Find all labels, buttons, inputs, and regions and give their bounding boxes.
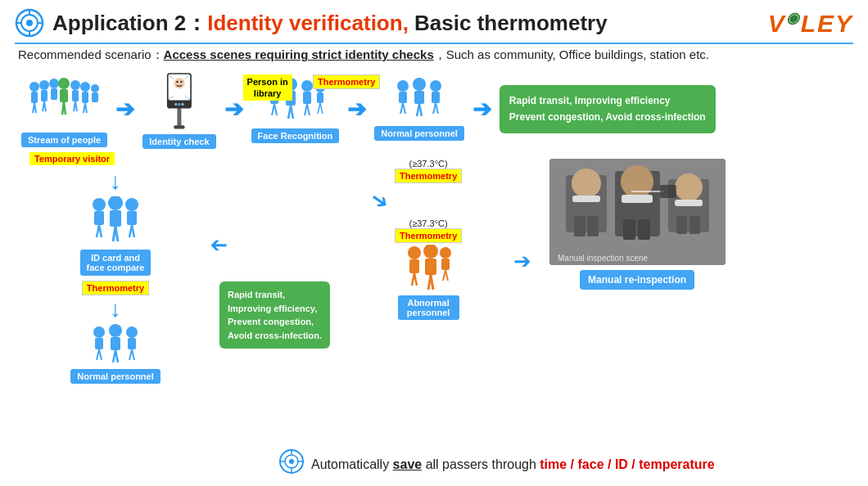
summary-time: time [540, 457, 567, 471]
thermometry1-label: Thermometry [313, 74, 380, 89]
svg-line-96 [132, 349, 134, 360]
svg-rect-82 [127, 211, 137, 225]
svg-line-108 [445, 270, 448, 281]
bottom-normal-label: Normal personnel [70, 369, 160, 384]
svg-rect-12 [51, 88, 57, 100]
svg-line-26 [64, 102, 66, 115]
header: Application 2：Identity verification, Bas… [15, 8, 853, 38]
id-card-people-icon [83, 196, 148, 250]
svg-rect-20 [92, 92, 98, 102]
manual-reinspect-box: Manual re-inspection [580, 270, 694, 290]
svg-line-92 [115, 350, 118, 362]
bottom-normal-people-icon [87, 324, 144, 369]
header-left: Application 2：Identity verification, Bas… [15, 8, 608, 38]
bottom-green-box-area: Rapid transit,Improving efficiency,Preve… [219, 281, 330, 358]
svg-rect-124 [689, 216, 700, 234]
geq-temp2: (≥37.3°C) [409, 218, 448, 228]
scenario-suffix: ，Such as community, Office buildings, st… [434, 47, 709, 61]
svg-point-13 [58, 78, 70, 89]
svg-point-93 [126, 326, 138, 338]
summary-text: Automatically save all passers through t… [311, 457, 715, 472]
geq-area: (≥37.3°C) Thermometry [395, 159, 462, 183]
svg-point-7 [29, 82, 39, 92]
svg-rect-62 [399, 92, 407, 103]
normal-item: Normal personnel [374, 78, 464, 141]
thermometry3-label: Thermometry [395, 228, 462, 243]
svg-point-42 [175, 103, 178, 106]
identity-label: Identity verification, [207, 11, 409, 35]
svg-rect-98 [409, 259, 419, 273]
diagonal-arrow: ➔ [365, 185, 395, 216]
stream-people-icon [28, 72, 102, 129]
temp-visitor-badge: Temporary visitor [29, 151, 115, 165]
bottom-middle-col: (≥37.3°C) Thermometry ➔ (≥37.3°C) Thermo… [346, 151, 510, 320]
thermometry2-label: Thermometry [395, 169, 462, 183]
svg-point-89 [109, 324, 122, 337]
face-recog-item: Person inlibrary Thermometry [251, 76, 340, 143]
bottom-green-label: Rapid transit,Improving efficiency,Preve… [228, 290, 322, 340]
stream-label: Stream of people [21, 133, 107, 147]
svg-rect-86 [95, 338, 103, 349]
svg-rect-54 [303, 92, 311, 104]
svg-rect-70 [432, 92, 440, 103]
svg-line-52 [291, 106, 293, 119]
svg-line-30 [85, 103, 87, 113]
svg-point-17 [80, 82, 90, 92]
scenario-line: Recommended scenario：Access scenes requi… [15, 47, 853, 63]
svg-rect-102 [425, 259, 436, 275]
svg-rect-118 [623, 219, 635, 240]
svg-rect-8 [31, 92, 38, 103]
page: Application 2：Identity verification, Bas… [0, 0, 868, 486]
summary-slash3: / [628, 457, 639, 471]
manual-reinspect-label: Manual re-inspection [580, 270, 694, 290]
arrow2: ➔ [224, 96, 243, 123]
scenario-prefix: Recommended scenario： [18, 47, 164, 61]
svg-text:Manual inspection scene: Manual inspection scene [558, 254, 649, 263]
top-flow-row: Stream of people ➔ [15, 70, 853, 149]
arrow1: ➔ [115, 96, 134, 123]
device-icon [156, 70, 201, 131]
svg-line-76 [99, 225, 102, 237]
svg-point-73 [93, 198, 106, 211]
identity-item: Identity check [142, 70, 215, 149]
left-arrow: ➔ [210, 232, 228, 258]
svg-point-77 [108, 196, 123, 210]
normal-people-icon [391, 78, 448, 123]
svg-rect-122 [675, 200, 703, 206]
svg-point-69 [430, 80, 441, 92]
svg-point-43 [179, 103, 181, 106]
bottom-green-box: Rapid transit,Improving efficiency,Preve… [219, 281, 330, 349]
header-title: Application 2：Identity verification, Bas… [52, 9, 608, 38]
svg-rect-90 [111, 337, 120, 350]
svg-rect-58 [317, 92, 323, 103]
target-icon [15, 8, 44, 38]
id-card-label: ID card andface compare [80, 250, 151, 276]
logo: V◉LEY [768, 9, 853, 38]
temp-visitor-label: Temporary visitor [29, 152, 115, 165]
person-in-library-label: Person inlibrary [243, 74, 292, 101]
thermometry4-label: Thermometry [82, 281, 149, 295]
svg-rect-114 [587, 216, 599, 236]
svg-rect-94 [128, 338, 136, 349]
summary-save: save [393, 457, 423, 471]
svg-point-9 [39, 80, 49, 90]
arrow3: ➔ [347, 96, 366, 123]
summary-icon [278, 448, 305, 475]
logo-dot: ◉ [786, 10, 801, 26]
svg-point-65 [413, 78, 426, 91]
svg-line-60 [320, 103, 323, 114]
svg-point-121 [675, 173, 703, 201]
svg-point-11 [49, 79, 59, 88]
photo-svg: Manual inspection scene [549, 159, 726, 265]
svg-rect-106 [441, 259, 450, 270]
svg-rect-74 [94, 211, 104, 225]
svg-point-101 [423, 245, 438, 259]
svg-point-130 [289, 459, 294, 464]
svg-point-36 [177, 81, 179, 83]
identity-label: Identity check [142, 134, 215, 149]
thermometry4-badge: Thermometry [82, 280, 149, 295]
manual-photo: Manual inspection scene [549, 159, 726, 265]
svg-line-28 [75, 101, 77, 111]
summary-id: ID [615, 457, 628, 471]
svg-point-85 [93, 326, 105, 338]
